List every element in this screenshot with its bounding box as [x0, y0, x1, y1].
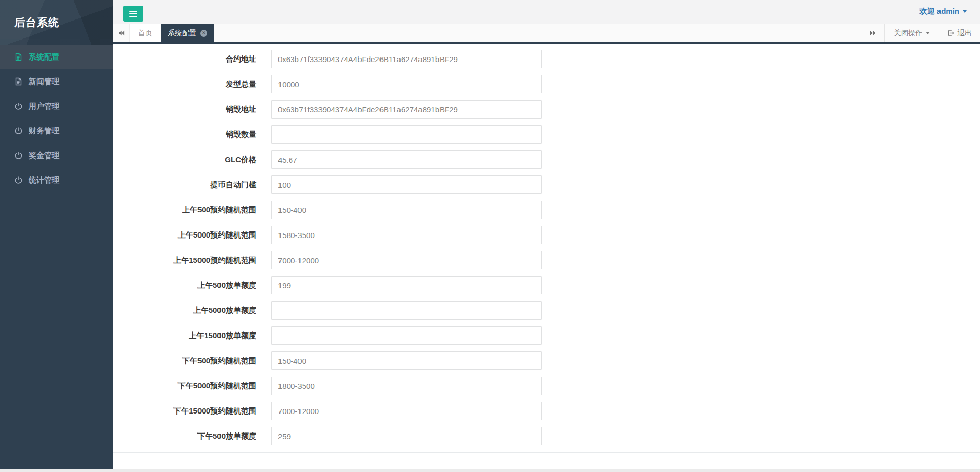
- chevron-down-icon: [926, 32, 930, 34]
- bottom-scroll-strip[interactable]: [0, 469, 980, 472]
- scroll-tabs-right-button[interactable]: [862, 24, 884, 42]
- form-row: 上午15000预约随机范围: [113, 251, 980, 269]
- field-input[interactable]: [271, 301, 542, 320]
- field-input[interactable]: [271, 175, 542, 194]
- sidebar-item[interactable]: 系统配置: [0, 45, 113, 69]
- tabbar-spacer: [214, 24, 862, 42]
- form-row: 上午5000预约随机范围: [113, 226, 980, 244]
- menu-toggle-button[interactable]: [123, 6, 143, 22]
- field-input[interactable]: [271, 276, 542, 294]
- field-label: 下午5000预约随机范围: [113, 381, 256, 391]
- field-label: GLC价格: [113, 155, 256, 165]
- field-input[interactable]: [271, 351, 542, 370]
- tab-active-label: 系统配置: [168, 29, 196, 38]
- sidebar-item[interactable]: 用户管理: [0, 94, 113, 119]
- field-label: 下午500预约随机范围: [113, 356, 256, 366]
- form-row: 合约地址: [113, 50, 980, 68]
- chevron-down-icon: [963, 10, 967, 13]
- field-label: 上午500放单额度: [113, 281, 256, 290]
- field-input[interactable]: [271, 75, 542, 93]
- field-label: 上午5000预约随机范围: [113, 230, 256, 240]
- sidebar-item-label: 奖金管理: [29, 151, 59, 161]
- close-operations-label: 关闭操作: [894, 29, 923, 38]
- sidebar-item[interactable]: 财务管理: [0, 119, 113, 143]
- field-input[interactable]: [271, 150, 542, 169]
- form-row: 提币自动门槛: [113, 175, 980, 194]
- field-label: 下午500放单额度: [113, 431, 256, 441]
- logout-label: 退出: [957, 29, 972, 38]
- sidebar-item-label: 新闻管理: [29, 77, 59, 87]
- sidebar-item-label: 用户管理: [29, 102, 59, 111]
- field-input[interactable]: [271, 226, 542, 244]
- close-operations-dropdown[interactable]: 关闭操作: [884, 24, 939, 42]
- field-input[interactable]: [271, 50, 542, 68]
- form-row: 下午15000预约随机范围: [113, 402, 980, 420]
- form-row: 销毁数量: [113, 125, 980, 144]
- double-chevron-left-icon: [117, 29, 125, 37]
- sidebar-item[interactable]: 新闻管理: [0, 69, 113, 94]
- form-row: 销毁地址: [113, 100, 980, 119]
- field-label: 合约地址: [113, 54, 256, 64]
- form-row: 上午15000放单额度: [113, 326, 980, 345]
- field-label: 下午15000预约随机范围: [113, 406, 256, 416]
- top-header: 欢迎 admin: [113, 0, 980, 24]
- logout-button[interactable]: 退出: [939, 24, 980, 42]
- tab-home-label: 首页: [138, 29, 152, 38]
- sidebar-item-label: 系统配置: [29, 52, 59, 62]
- field-label: 提币自动门槛: [113, 180, 256, 190]
- power-icon: [14, 176, 23, 184]
- field-label: 销毁数量: [113, 130, 256, 140]
- form-row: 上午500放单额度: [113, 276, 980, 294]
- config-form: 合约地址 发型总量 销毁地址 销毁数量 GLC价格 提币自动门槛 上午500预约…: [113, 50, 980, 445]
- logo-block: 后台系统: [0, 0, 113, 45]
- hamburger-icon: [129, 11, 137, 12]
- sidebar-item[interactable]: 奖金管理: [0, 143, 113, 168]
- field-label: 上午15000放单额度: [113, 331, 256, 341]
- sign-out-icon: [947, 29, 954, 37]
- field-label: 上午500预约随机范围: [113, 205, 256, 215]
- panel-footer-divider: [113, 452, 980, 453]
- field-label: 发型总量: [113, 80, 256, 89]
- form-row: GLC价格: [113, 150, 980, 169]
- field-input[interactable]: [271, 125, 542, 144]
- field-input[interactable]: [271, 326, 542, 345]
- field-input[interactable]: [271, 427, 542, 445]
- scroll-tabs-left-button[interactable]: [113, 24, 130, 42]
- form-row: 发型总量: [113, 75, 980, 93]
- field-input[interactable]: [271, 402, 542, 420]
- tab-home[interactable]: 首页: [130, 24, 161, 42]
- document-icon: [14, 77, 23, 86]
- tab-system-config[interactable]: 系统配置: [161, 24, 214, 42]
- double-chevron-right-icon: [869, 29, 877, 37]
- form-row: 下午5000预约随机范围: [113, 377, 980, 395]
- sidebar-item-label: 统计管理: [29, 175, 59, 185]
- form-row: 下午500预约随机范围: [113, 351, 980, 370]
- welcome-label: 欢迎 admin: [919, 7, 959, 16]
- form-row: 上午500预约随机范围: [113, 201, 980, 219]
- user-dropdown[interactable]: 欢迎 admin: [919, 7, 967, 16]
- field-input[interactable]: [271, 100, 542, 119]
- close-tab-icon[interactable]: [200, 30, 207, 37]
- power-icon: [14, 151, 23, 160]
- form-row: 上午5000放单额度: [113, 301, 980, 320]
- sidebar-item-label: 财务管理: [29, 126, 59, 136]
- field-input[interactable]: [271, 251, 542, 269]
- power-icon: [14, 127, 23, 135]
- power-icon: [14, 102, 23, 110]
- tab-bar: 首页 系统配置 关闭操作 退出: [113, 24, 980, 44]
- sidebar: 后台系统 系统配置: [0, 0, 113, 469]
- field-label: 上午15000预约随机范围: [113, 255, 256, 265]
- sidebar-item[interactable]: 统计管理: [0, 168, 113, 192]
- field-label: 销毁地址: [113, 105, 256, 114]
- form-row: 下午500放单额度: [113, 427, 980, 445]
- field-input[interactable]: [271, 377, 542, 395]
- field-input[interactable]: [271, 201, 542, 219]
- sidebar-menu: 系统配置 新闻管理: [0, 45, 113, 192]
- document-icon: [14, 53, 23, 61]
- app-title: 后台系统: [14, 15, 59, 30]
- field-label: 上午5000放单额度: [113, 306, 256, 316]
- system-config-panel: 合约地址 发型总量 销毁地址 销毁数量 GLC价格 提币自动门槛 上午500预约…: [113, 44, 980, 469]
